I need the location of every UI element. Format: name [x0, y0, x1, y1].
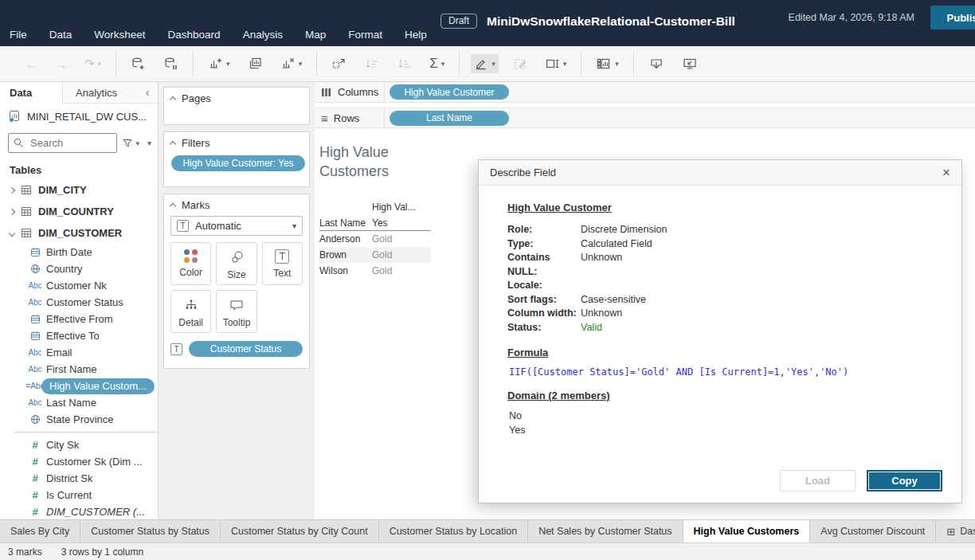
data-pane: Data Analytics ‹ MINI_RETAIL_DW CUS... [0, 82, 159, 519]
sheet-tab[interactable]: Net Sales by Customer Status [528, 520, 683, 542]
column-value-header[interactable]: Yes [372, 215, 431, 230]
field-item[interactable]: # Is Current [0, 487, 158, 503]
sheet-tab[interactable]: Sales By City [0, 520, 80, 542]
tooltip-button[interactable]: Tooltip [216, 290, 256, 333]
table-item-dim-city[interactable]: DIM_CITY [0, 179, 158, 201]
color-button[interactable]: Color [170, 242, 211, 285]
tab-data[interactable]: Data [0, 82, 62, 104]
cards-column: Pages Filters High Value Customer: Yes M… [159, 82, 315, 519]
number-icon: # [24, 439, 46, 451]
text-mark-icon: T [177, 220, 189, 232]
menu-item[interactable]: Data [49, 29, 72, 41]
sheet-tab[interactable]: Customer Status by Status [80, 520, 221, 542]
download-icon[interactable] [645, 54, 668, 73]
chevron-down-icon [9, 229, 15, 236]
cell-size-icon[interactable]: ▾ [542, 54, 570, 73]
globe-icon [24, 414, 46, 425]
measure-fields: # City Sk # Customer Sk (Dim ... # Distr… [0, 437, 158, 519]
new-data-source-icon[interactable] [127, 54, 149, 73]
row-field-header[interactable]: Last Name [319, 215, 372, 230]
mark-type-dropdown[interactable]: T Automatic ▾ [170, 216, 303, 236]
field-item[interactable]: Effective To [0, 327, 158, 344]
field-item[interactable]: State Province [0, 411, 158, 428]
menu-item[interactable]: File [10, 29, 27, 41]
field-item[interactable]: # DIM_CUSTOMER (... [0, 503, 158, 519]
sheet-tab[interactable]: Avg Customer Discount [810, 520, 936, 542]
field-name-heading: High Value Customer [507, 202, 933, 213]
collapse-card-icon[interactable] [170, 203, 176, 210]
menu-item[interactable]: Map [305, 29, 326, 41]
sheet-tab[interactable]: ⊞ Dashboard - Bill [936, 520, 975, 542]
menu-item[interactable]: Dashboard [168, 29, 221, 41]
pane-tabs: Data Analytics ‹ [0, 82, 158, 104]
table-row[interactable]: Brown Gold [319, 247, 431, 263]
table-item-dim-customer[interactable]: DIM_CUSTOMER [0, 222, 158, 244]
field-item[interactable]: Effective From [0, 311, 158, 327]
columns-pill-high-value-customer[interactable]: High Value Customer [390, 84, 509, 100]
filter-fields-icon[interactable]: ▾ [122, 138, 139, 148]
menu-item[interactable]: Help [405, 29, 427, 41]
sheet-tab[interactable]: High Value Customers [683, 520, 811, 542]
table-row[interactable]: Wilson Gold [319, 263, 431, 279]
table-row[interactable]: Anderson Gold [319, 231, 431, 247]
domain-member: Yes [509, 424, 933, 438]
field-item[interactable]: # District Sk [0, 470, 158, 487]
marks-pill-customer-status[interactable]: Customer Status [189, 341, 303, 357]
collapse-pane-icon[interactable]: ‹ [137, 82, 158, 104]
rows-pill-last-name[interactable]: Last Name [390, 111, 509, 126]
undo-icon[interactable]: ← [22, 55, 41, 73]
load-button[interactable]: Load [780, 470, 856, 491]
datasource-item[interactable]: MINI_RETAIL_DW CUS... [0, 104, 158, 128]
sheet-tab[interactable]: Customer Status by Location [379, 520, 529, 542]
sort-ascending-icon[interactable] [361, 54, 382, 73]
close-icon[interactable]: × [942, 166, 950, 179]
formula-heading: Formula [507, 347, 933, 358]
presentation-mode-icon[interactable] [679, 54, 701, 73]
search-input[interactable] [29, 136, 92, 150]
field-item[interactable]: =Abc High Value Custom... [0, 378, 158, 394]
field-item[interactable]: Country [0, 260, 158, 277]
collapse-card-icon[interactable] [170, 96, 176, 103]
size-button[interactable]: Size [216, 242, 256, 285]
describe-field-dialog: Describe Field × High Value Customer Rol… [478, 159, 962, 503]
field-item[interactable]: Abc Customer Nk [0, 277, 158, 294]
field-item[interactable]: Abc Email [0, 344, 158, 361]
field-item[interactable]: Abc First Name [0, 361, 158, 378]
publish-button[interactable]: Publish [930, 6, 975, 29]
replay-icon[interactable]: ↷▾ [81, 54, 104, 73]
table-item-dim-country[interactable]: DIM_COUNTRY [0, 201, 158, 222]
duplicate-sheet-icon[interactable] [245, 54, 266, 73]
menu-item[interactable]: Worksheet [94, 29, 145, 41]
filters-card: Filters High Value Customer: Yes [163, 131, 310, 187]
fit-selector-icon[interactable]: ▾ [593, 54, 622, 73]
text-button[interactable]: T Text [262, 242, 303, 285]
abc-icon: Abc [24, 298, 46, 307]
collapse-card-icon[interactable] [170, 141, 176, 147]
field-item[interactable]: Birth Date [0, 244, 158, 260]
detail-button[interactable]: Detail [170, 290, 211, 333]
pause-auto-updates-icon[interactable] [160, 54, 182, 73]
copy-button[interactable]: Copy [867, 470, 942, 491]
filter-pill-high-value-customer[interactable]: High Value Customer: Yes [171, 155, 305, 171]
sort-descending-icon[interactable] [394, 54, 415, 73]
field-item[interactable]: Abc Customer Status [0, 294, 158, 311]
column-field-header[interactable]: High Val... [372, 199, 431, 215]
topbar-right: Edited Mar 4, 2026, 9:18 AM Publish [789, 0, 975, 46]
search-box[interactable] [8, 133, 117, 153]
show-totals-icon[interactable]: Σ▾ [426, 53, 448, 74]
field-item[interactable]: Abc Last Name [0, 394, 158, 411]
swap-rows-columns-icon[interactable] [328, 54, 350, 73]
redo-icon[interactable]: → [52, 55, 70, 73]
tab-analytics[interactable]: Analytics [62, 82, 137, 104]
field-item[interactable]: # City Sk [0, 437, 158, 453]
annotate-icon[interactable] [510, 54, 531, 73]
menu-item[interactable]: Format [348, 29, 382, 41]
sheet-tab[interactable]: Customer Status by City Count [221, 520, 379, 542]
pane-options-icon[interactable]: ▾ [147, 139, 151, 147]
clear-sheet-icon[interactable]: ▾ [277, 54, 306, 73]
menu-item[interactable]: Analysis [243, 29, 283, 41]
highlight-icon[interactable]: ▾ [471, 54, 499, 73]
field-item[interactable]: # Customer Sk (Dim ... [0, 453, 158, 470]
new-worksheet-icon[interactable]: ▾ [205, 54, 233, 73]
columns-shelf: Columns High Value Customer [315, 82, 975, 103]
